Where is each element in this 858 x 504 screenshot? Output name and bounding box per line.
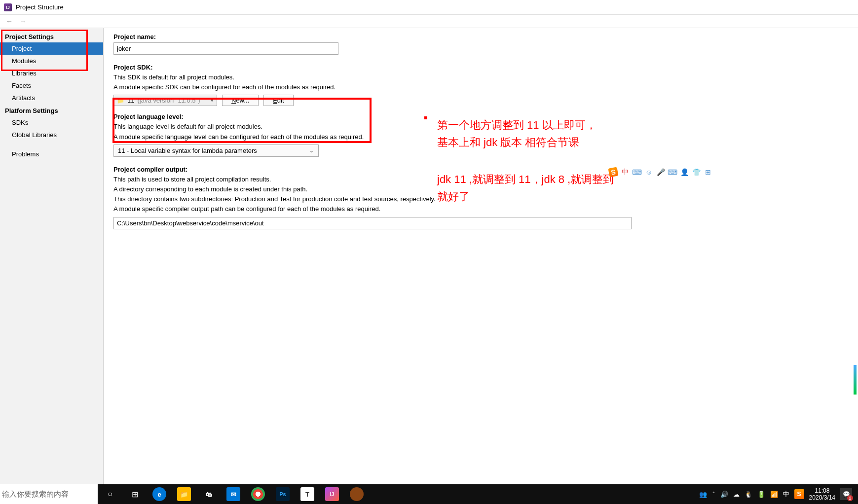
language-level-value: 11 - Local variable syntax for lambda pa…	[118, 147, 257, 154]
sdk-dropdown[interactable]: 📁 11 (java version "11.0.5")	[113, 95, 217, 106]
taskbar-explorer[interactable]: 📁	[172, 484, 196, 504]
cortana-icon[interactable]: ○	[98, 484, 122, 504]
compiler-output-input[interactable]	[113, 217, 632, 229]
sidebar-item-facets[interactable]: Facets	[0, 79, 103, 92]
onedrive-icon[interactable]: ☁	[733, 491, 740, 498]
mic-icon[interactable]: 🎤	[656, 168, 665, 177]
sidebar-item-libraries[interactable]: Libraries	[0, 67, 103, 79]
sdk-desc-2: A module specific SDK can be configured …	[113, 83, 848, 92]
battery-icon[interactable]: 🔋	[757, 491, 765, 498]
sdk-version-gray: (java version "11.0.5")	[137, 97, 200, 104]
sogou-icon[interactable]: S	[608, 167, 619, 178]
floating-tray-icons: S 中 ⌨ ☺ 🎤 ⌨ 👤 👕 ⊞	[609, 168, 712, 177]
taskbar: 输入你要搜索的内容 ○ ⊞ e 📁 🛍 ✉ Ps T IJ 👥 ˄ 🔊 ☁ 🐧 …	[0, 484, 858, 504]
notification-icon[interactable]: 💬	[840, 488, 852, 500]
sidebar-header-platform-settings: Platform Settings	[0, 104, 103, 116]
sogou-tray-icon[interactable]: S	[794, 489, 804, 499]
sdk-desc-1: This SDK is default for all project modu…	[113, 73, 848, 82]
keyboard2-icon[interactable]: ⌨	[668, 168, 677, 177]
penguin-icon[interactable]: 🐧	[745, 491, 752, 498]
sidebar-header-project-settings: Project Settings	[0, 30, 103, 42]
output-desc-4: A module specific compiler output path c…	[113, 205, 848, 214]
keyboard-icon[interactable]: ⌨	[633, 168, 641, 177]
skin-icon[interactable]: 👕	[692, 168, 701, 177]
people-icon[interactable]: 👥	[699, 491, 707, 498]
sidebar-item-project[interactable]: Project	[0, 42, 103, 55]
taskbar-edge[interactable]: e	[147, 484, 172, 504]
taskbar-photoshop[interactable]: Ps	[270, 484, 295, 504]
user-icon[interactable]: 👤	[680, 168, 689, 177]
annotation-dot	[424, 116, 427, 119]
system-tray: 👥 ˄ 🔊 ☁ 🐧 🔋 📶 中 S 11:08 2020/3/14 💬	[699, 487, 858, 502]
clock[interactable]: 11:08 2020/3/14	[809, 487, 835, 502]
ime-tray[interactable]: 中	[783, 490, 789, 499]
new-button[interactable]: New...	[222, 95, 259, 106]
edit-button[interactable]: Edit	[263, 95, 293, 106]
taskbar-intellij[interactable]: IJ	[320, 484, 344, 504]
annotation-text-2: jdk 11 ,就调整到 11，jdk 8 ,就调整到 就好了	[437, 171, 614, 205]
taskbar-store[interactable]: 🛍	[196, 484, 221, 504]
window-title: Project Structure	[16, 3, 64, 11]
sidebar-item-global-libraries[interactable]: Global Libraries	[0, 129, 103, 141]
tray-up-icon[interactable]: ˄	[712, 491, 715, 498]
project-name-input[interactable]	[113, 42, 338, 55]
app-icon: IJ	[4, 3, 12, 11]
scroll-indicator	[854, 365, 857, 395]
content-pane: Project name: Project SDK: This SDK is d…	[104, 28, 858, 484]
taskbar-search[interactable]: 输入你要搜索的内容	[0, 484, 98, 504]
language-level-dropdown[interactable]: 11 - Local variable syntax for lambda pa…	[113, 144, 319, 157]
nav-arrows: ← →	[0, 15, 858, 28]
emoji-icon[interactable]: ☺	[644, 168, 653, 177]
sidebar-item-problems[interactable]: Problems	[0, 148, 103, 160]
ime-text-icon[interactable]: 中	[621, 168, 630, 177]
folder-icon: 📁	[117, 97, 124, 104]
toolbox-icon[interactable]: ⊞	[704, 168, 712, 177]
taskbar-t-app[interactable]: T	[295, 484, 320, 504]
taskbar-chrome[interactable]	[246, 484, 270, 504]
sdk-value: 11	[127, 97, 134, 104]
taskbar-app-circle[interactable]	[344, 484, 369, 504]
taskbar-mail[interactable]: ✉	[221, 484, 246, 504]
project-name-label: Project name:	[113, 33, 848, 40]
wifi-icon[interactable]: 📶	[770, 491, 778, 498]
volume-icon[interactable]: 🔊	[720, 491, 728, 498]
forward-arrow-icon[interactable]: →	[20, 17, 27, 25]
back-arrow-icon[interactable]: ←	[6, 17, 13, 25]
sidebar: Project Settings Project Modules Librari…	[0, 28, 104, 484]
sidebar-item-artifacts[interactable]: Artifacts	[0, 92, 103, 104]
project-sdk-label: Project SDK:	[113, 64, 848, 71]
sidebar-item-sdks[interactable]: SDKs	[0, 116, 103, 129]
annotation-text-1: 第一个地方调整到 11 以上即可， 基本上和 jdk 版本 相符合节课	[437, 116, 597, 151]
sidebar-item-modules[interactable]: Modules	[0, 55, 103, 67]
task-view-icon[interactable]: ⊞	[122, 484, 147, 504]
titlebar: IJ Project Structure	[0, 0, 858, 15]
